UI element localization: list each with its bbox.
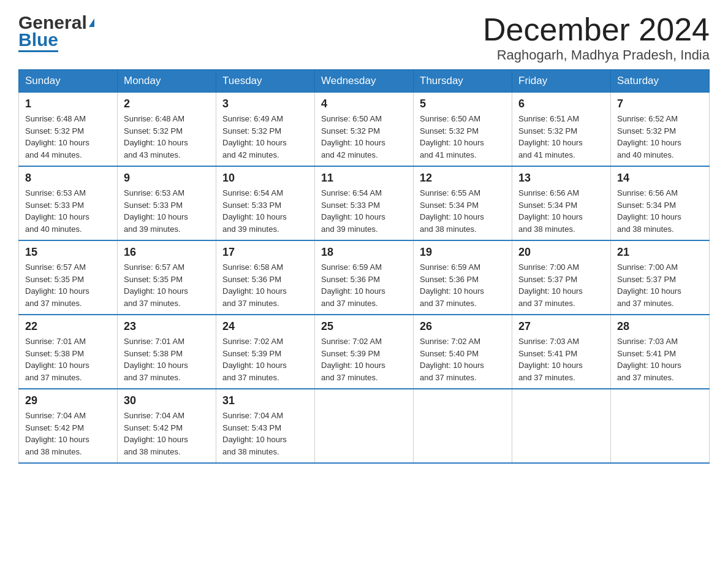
day-number: 5 (420, 98, 506, 110)
day-info: Sunrise: 6:57 AM Sunset: 5:35 PM Dayligh… (25, 261, 111, 309)
day-number: 8 (25, 172, 111, 185)
day-number: 16 (124, 246, 210, 259)
calendar-cell: 1 Sunrise: 6:48 AM Sunset: 5:32 PM Dayli… (19, 93, 118, 167)
calendar-cell: 12 Sunrise: 6:55 AM Sunset: 5:34 PM Dayl… (414, 166, 512, 240)
day-number: 1 (25, 98, 111, 110)
calendar-cell: 31 Sunrise: 7:04 AM Sunset: 5:43 PM Dayl… (216, 389, 315, 463)
calendar-cell: 17 Sunrise: 6:58 AM Sunset: 5:36 PM Dayl… (216, 240, 315, 315)
logo: General Blue (18, 12, 95, 52)
calendar-cell (414, 389, 512, 463)
day-number: 20 (518, 246, 604, 259)
day-info: Sunrise: 6:55 AM Sunset: 5:34 PM Dayligh… (420, 187, 506, 235)
day-number: 19 (420, 246, 506, 259)
day-info: Sunrise: 6:56 AM Sunset: 5:34 PM Dayligh… (617, 187, 703, 235)
day-info: Sunrise: 7:01 AM Sunset: 5:38 PM Dayligh… (124, 335, 210, 383)
day-number: 23 (124, 320, 210, 333)
logo-blue-text: Blue (18, 31, 58, 52)
calendar-cell: 2 Sunrise: 6:48 AM Sunset: 5:32 PM Dayli… (118, 93, 216, 167)
calendar-cell: 6 Sunrise: 6:51 AM Sunset: 5:32 PM Dayli… (512, 93, 611, 167)
day-info: Sunrise: 6:52 AM Sunset: 5:32 PM Dayligh… (617, 113, 703, 161)
calendar-cell: 5 Sunrise: 6:50 AM Sunset: 5:32 PM Dayli… (414, 93, 512, 167)
day-number: 4 (321, 98, 407, 110)
calendar-cell: 9 Sunrise: 6:53 AM Sunset: 5:33 PM Dayli… (118, 166, 216, 240)
day-number: 18 (321, 246, 407, 259)
weekday-header-tuesday: Tuesday (216, 70, 315, 93)
day-info: Sunrise: 7:01 AM Sunset: 5:38 PM Dayligh… (25, 335, 111, 383)
weekday-header-saturday: Saturday (611, 70, 710, 93)
calendar-cell: 4 Sunrise: 6:50 AM Sunset: 5:32 PM Dayli… (315, 93, 414, 167)
calendar-cell: 21 Sunrise: 7:00 AM Sunset: 5:37 PM Dayl… (611, 240, 710, 315)
day-number: 26 (420, 320, 506, 333)
day-info: Sunrise: 6:50 AM Sunset: 5:32 PM Dayligh… (321, 113, 407, 161)
calendar-cell: 23 Sunrise: 7:01 AM Sunset: 5:38 PM Dayl… (118, 315, 216, 389)
day-info: Sunrise: 7:04 AM Sunset: 5:42 PM Dayligh… (25, 410, 111, 458)
day-number: 3 (222, 98, 308, 110)
weekday-header-friday: Friday (512, 70, 611, 93)
calendar-cell (611, 389, 710, 463)
weekday-header-wednesday: Wednesday (315, 70, 414, 93)
calendar-cell: 22 Sunrise: 7:01 AM Sunset: 5:38 PM Dayl… (19, 315, 118, 389)
day-number: 6 (518, 98, 604, 110)
day-info: Sunrise: 6:54 AM Sunset: 5:33 PM Dayligh… (222, 187, 308, 235)
calendar-cell: 25 Sunrise: 7:02 AM Sunset: 5:39 PM Dayl… (315, 315, 414, 389)
day-info: Sunrise: 7:04 AM Sunset: 5:42 PM Dayligh… (124, 410, 210, 458)
day-info: Sunrise: 7:00 AM Sunset: 5:37 PM Dayligh… (518, 261, 604, 309)
day-number: 22 (25, 320, 111, 333)
day-number: 11 (321, 172, 407, 185)
calendar-cell: 14 Sunrise: 6:56 AM Sunset: 5:34 PM Dayl… (611, 166, 710, 240)
calendar-cell: 28 Sunrise: 7:03 AM Sunset: 5:41 PM Dayl… (611, 315, 710, 389)
page-header: General Blue December 2024 Raghogarh, Ma… (18, 12, 710, 63)
day-info: Sunrise: 6:50 AM Sunset: 5:32 PM Dayligh… (420, 113, 506, 161)
calendar-week-row: 15 Sunrise: 6:57 AM Sunset: 5:35 PM Dayl… (19, 240, 710, 315)
calendar-cell: 18 Sunrise: 6:59 AM Sunset: 5:36 PM Dayl… (315, 240, 414, 315)
day-number: 10 (222, 172, 308, 185)
day-number: 25 (321, 320, 407, 333)
day-info: Sunrise: 6:53 AM Sunset: 5:33 PM Dayligh… (124, 187, 210, 235)
calendar-cell: 30 Sunrise: 7:04 AM Sunset: 5:42 PM Dayl… (118, 389, 216, 463)
calendar-cell: 7 Sunrise: 6:52 AM Sunset: 5:32 PM Dayli… (611, 93, 710, 167)
day-info: Sunrise: 7:03 AM Sunset: 5:41 PM Dayligh… (518, 335, 604, 383)
calendar-cell: 3 Sunrise: 6:49 AM Sunset: 5:32 PM Dayli… (216, 93, 315, 167)
day-info: Sunrise: 6:49 AM Sunset: 5:32 PM Dayligh… (222, 113, 308, 161)
day-info: Sunrise: 7:02 AM Sunset: 5:40 PM Dayligh… (420, 335, 506, 383)
day-number: 12 (420, 172, 506, 185)
calendar-cell: 13 Sunrise: 6:56 AM Sunset: 5:34 PM Dayl… (512, 166, 611, 240)
calendar-table: SundayMondayTuesdayWednesdayThursdayFrid… (18, 69, 710, 464)
location-subtitle: Raghogarh, Madhya Pradesh, India (483, 47, 710, 63)
calendar-cell: 29 Sunrise: 7:04 AM Sunset: 5:42 PM Dayl… (19, 389, 118, 463)
day-number: 14 (617, 172, 703, 185)
day-number: 17 (222, 246, 308, 259)
day-info: Sunrise: 7:02 AM Sunset: 5:39 PM Dayligh… (321, 335, 407, 383)
day-info: Sunrise: 6:56 AM Sunset: 5:34 PM Dayligh… (518, 187, 604, 235)
day-number: 2 (124, 98, 210, 110)
day-number: 21 (617, 246, 703, 259)
calendar-cell: 19 Sunrise: 6:59 AM Sunset: 5:36 PM Dayl… (414, 240, 512, 315)
day-number: 30 (124, 394, 210, 407)
day-info: Sunrise: 6:59 AM Sunset: 5:36 PM Dayligh… (321, 261, 407, 309)
day-number: 15 (25, 246, 111, 259)
month-year-title: December 2024 (483, 12, 710, 47)
calendar-cell: 20 Sunrise: 7:00 AM Sunset: 5:37 PM Dayl… (512, 240, 611, 315)
calendar-header-row: SundayMondayTuesdayWednesdayThursdayFrid… (19, 70, 710, 93)
day-number: 7 (617, 98, 703, 110)
calendar-week-row: 1 Sunrise: 6:48 AM Sunset: 5:32 PM Dayli… (19, 93, 710, 167)
weekday-header-thursday: Thursday (414, 70, 512, 93)
day-info: Sunrise: 6:59 AM Sunset: 5:36 PM Dayligh… (420, 261, 506, 309)
title-block: December 2024 Raghogarh, Madhya Pradesh,… (483, 12, 710, 63)
day-number: 28 (617, 320, 703, 333)
calendar-cell: 11 Sunrise: 6:54 AM Sunset: 5:33 PM Dayl… (315, 166, 414, 240)
day-info: Sunrise: 6:53 AM Sunset: 5:33 PM Dayligh… (25, 187, 111, 235)
day-number: 9 (124, 172, 210, 185)
calendar-cell: 27 Sunrise: 7:03 AM Sunset: 5:41 PM Dayl… (512, 315, 611, 389)
calendar-cell (512, 389, 611, 463)
day-info: Sunrise: 6:48 AM Sunset: 5:32 PM Dayligh… (25, 113, 111, 161)
day-number: 13 (518, 172, 604, 185)
day-info: Sunrise: 6:48 AM Sunset: 5:32 PM Dayligh… (124, 113, 210, 161)
logo-triangle-icon (89, 18, 94, 27)
calendar-cell: 15 Sunrise: 6:57 AM Sunset: 5:35 PM Dayl… (19, 240, 118, 315)
day-number: 24 (222, 320, 308, 333)
day-info: Sunrise: 6:58 AM Sunset: 5:36 PM Dayligh… (222, 261, 308, 309)
weekday-header-sunday: Sunday (19, 70, 118, 93)
day-number: 31 (222, 394, 308, 407)
calendar-cell: 8 Sunrise: 6:53 AM Sunset: 5:33 PM Dayli… (19, 166, 118, 240)
